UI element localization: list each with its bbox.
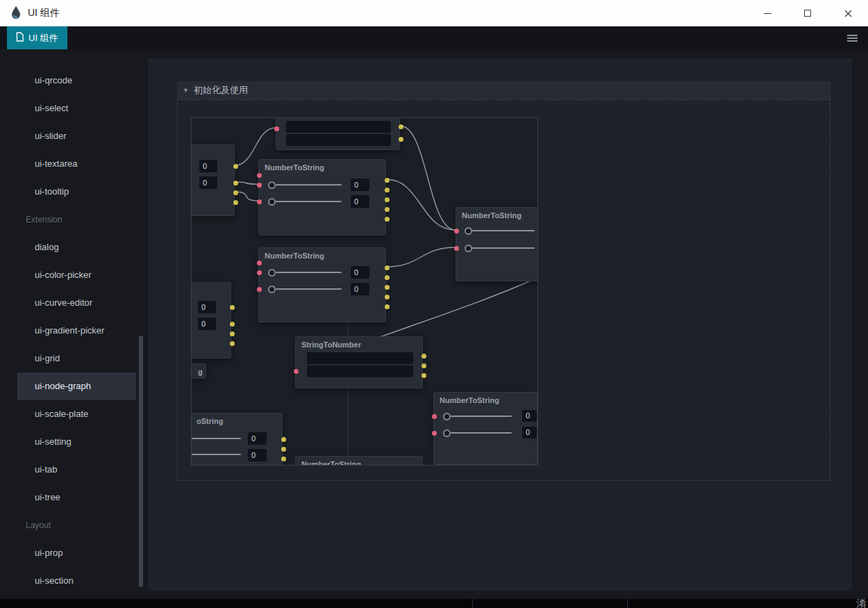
node-port-yellow-icon[interactable] [422, 354, 426, 359]
node-number-input[interactable]: 0 [248, 449, 267, 461]
node-port-red-icon[interactable] [257, 173, 262, 178]
node-slider[interactable] [472, 230, 535, 231]
node-number-input[interactable]: 0 [351, 179, 369, 191]
sidebar-scrollbar[interactable] [139, 336, 143, 587]
node-text-field[interactable] [286, 121, 391, 133]
node-port-yellow-icon[interactable] [230, 341, 235, 346]
node-port-yellow-icon[interactable] [385, 178, 390, 183]
slider-handle-icon[interactable] [443, 429, 451, 437]
node-port-yellow-icon[interactable] [385, 265, 390, 270]
node-slider[interactable] [276, 272, 342, 273]
node-port-red-icon[interactable] [432, 414, 437, 419]
minimize-button[interactable] [747, 0, 787, 26]
node-port-yellow-icon[interactable] [233, 190, 238, 195]
sidebar-item-ui-curve-editor[interactable]: ui-curve-editor [17, 289, 136, 317]
sidebar-item-dialog[interactable]: dialog [17, 233, 136, 261]
graph-node-number-to-string-bottom-mid[interactable]: NumberToString [295, 456, 423, 466]
sidebar-item-ui-select[interactable]: ui-select [17, 95, 136, 122]
graph-node-string-to-number[interactable]: StringToNumber [295, 336, 423, 388]
node-number-input[interactable]: 0 [248, 432, 267, 445]
section-header[interactable]: ▼ 初始化及使用 [177, 81, 831, 99]
sidebar-item-ui-color-picker[interactable]: ui-color-picker [17, 261, 136, 289]
sidebar-item-ui-grid[interactable]: ui-grid [17, 345, 136, 372]
node-number-input[interactable]: 0 [351, 195, 369, 208]
node-graph-canvas[interactable]: 00NumberToString00NumberToStringNumberTo… [191, 117, 538, 466]
node-number-input[interactable]: 0 [351, 283, 369, 295]
close-button[interactable] [828, 0, 868, 26]
slider-handle-icon[interactable] [443, 413, 451, 420]
node-number-input[interactable]: 0 [199, 160, 217, 172]
graph-node-clipped-tag[interactable]: g [191, 363, 206, 379]
maximize-button[interactable] [787, 0, 828, 26]
node-port-yellow-icon[interactable] [422, 373, 426, 378]
sidebar-item-ui-slider[interactable]: ui-slider [17, 122, 136, 150]
sidebar-item-ui-setting[interactable]: ui-setting [17, 428, 136, 456]
sidebar-item-ui-node-graph[interactable]: ui-node-graph [17, 372, 136, 400]
node-slider[interactable] [276, 184, 342, 186]
node-port-red-icon[interactable] [274, 126, 279, 131]
node-port-yellow-icon[interactable] [385, 295, 390, 299]
node-port-yellow-icon[interactable] [422, 363, 426, 368]
node-number-input[interactable]: 0 [198, 301, 216, 313]
node-port-red-icon[interactable] [432, 431, 437, 436]
menu-icon[interactable] [847, 33, 858, 43]
node-slider[interactable] [191, 438, 241, 439]
node-port-yellow-icon[interactable] [385, 304, 390, 309]
node-number-input[interactable]: 0 [199, 176, 217, 189]
node-port-yellow-icon[interactable] [230, 305, 235, 310]
sidebar-item-ui-qrcode[interactable]: ui-qrcode [17, 67, 136, 95]
node-port-red-icon[interactable] [257, 287, 262, 292]
node-port-red-icon[interactable] [454, 229, 459, 233]
node-port-yellow-icon[interactable] [385, 275, 390, 280]
slider-handle-icon[interactable] [268, 269, 276, 277]
node-port-yellow-icon[interactable] [281, 447, 286, 452]
graph-node-value-source-bottom[interactable]: 00 [191, 282, 231, 359]
graph-node-number-to-string-right[interactable]: NumberToString [456, 207, 538, 281]
node-port-yellow-icon[interactable] [385, 207, 390, 212]
node-port-red-icon[interactable] [294, 369, 299, 374]
node-number-input[interactable]: 0 [522, 427, 537, 438]
graph-node-number-to-string-2[interactable]: NumberToString00 [258, 247, 386, 322]
node-port-yellow-icon[interactable] [281, 457, 286, 461]
sidebar-item-ui-scale-plate[interactable]: ui-scale-plate [17, 400, 136, 428]
slider-handle-icon[interactable] [465, 227, 472, 235]
node-port-yellow-icon[interactable] [230, 322, 235, 327]
sidebar-item-ui-section[interactable]: ui-section [17, 567, 136, 591]
graph-node-value-source-top[interactable]: 00 [191, 145, 235, 216]
node-port-red-icon[interactable] [454, 246, 459, 251]
sidebar-item-ui-prop[interactable]: ui-prop [17, 539, 136, 567]
node-port-yellow-icon[interactable] [233, 181, 238, 186]
node-port-red-icon[interactable] [257, 261, 262, 265]
graph-node-number-to-string-bottom-left[interactable]: oString00 [191, 413, 283, 466]
node-text-field[interactable] [286, 134, 391, 146]
slider-handle-icon[interactable] [268, 198, 276, 206]
graph-node-number-to-string-1[interactable]: NumberToString00 [258, 159, 386, 236]
node-number-input[interactable]: 0 [351, 266, 369, 279]
node-slider[interactable] [191, 454, 241, 455]
node-port-red-icon[interactable] [257, 270, 262, 275]
sidebar-item-ui-tooltip[interactable]: ui-tooltip [17, 178, 136, 206]
node-slider[interactable] [451, 432, 512, 434]
node-port-yellow-icon[interactable] [230, 331, 235, 336]
node-port-yellow-icon[interactable] [385, 188, 390, 192]
slider-handle-icon[interactable] [465, 245, 472, 252]
graph-node-number-to-string-bottom-right[interactable]: NumberToString00 [433, 392, 537, 465]
node-port-yellow-icon[interactable] [233, 164, 238, 169]
node-number-input[interactable]: 0 [198, 318, 216, 330]
sidebar-item-ui-textarea[interactable]: ui-textarea [17, 150, 136, 178]
node-port-red-icon[interactable] [257, 199, 262, 204]
node-port-yellow-icon[interactable] [399, 124, 403, 129]
node-port-yellow-icon[interactable] [385, 197, 390, 202]
graph-node-top-partial[interactable] [276, 117, 400, 150]
sidebar-item-ui-gradient-picker[interactable]: ui-gradient-picker [17, 317, 136, 345]
node-slider[interactable] [451, 416, 512, 417]
slider-handle-icon[interactable] [268, 286, 276, 293]
sidebar-item-ui-tab[interactable]: ui-tab [17, 456, 136, 484]
node-port-red-icon[interactable] [257, 183, 262, 188]
node-port-yellow-icon[interactable] [385, 217, 390, 222]
node-port-yellow-icon[interactable] [233, 200, 238, 205]
tab-ui-components[interactable]: UI 组件 [7, 26, 67, 49]
node-slider[interactable] [472, 247, 535, 249]
node-slider[interactable] [276, 288, 342, 290]
node-text-field[interactable] [307, 352, 413, 364]
